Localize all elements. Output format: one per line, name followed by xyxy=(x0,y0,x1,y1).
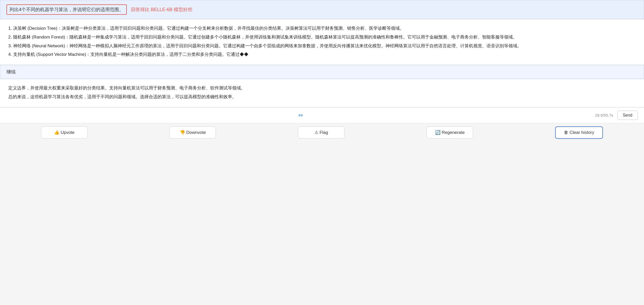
input-icon-area: ⇔ xyxy=(6,112,595,119)
answer-line-2: 总的来说，这些机器学习算法各有优劣，适用于不同的问题和领域。选择合适的算法，可以… xyxy=(8,93,636,101)
double-arrow-icon: ⇔ xyxy=(298,112,303,119)
bottom-bar: 👍 Upvote 👎 Downvote ⚠ Flag 🔄 Regenerate … xyxy=(0,123,644,142)
continue-block: 继续 xyxy=(0,65,644,79)
question-text: 列出4个不同的机器学习算法，并说明它们的适用范围。 xyxy=(6,4,127,15)
send-button[interactable]: Send xyxy=(617,111,638,120)
flag-button[interactable]: ⚠ Flag xyxy=(298,126,344,139)
question-badge: 回答得比 BELLE-6B 模型好些 xyxy=(131,6,192,13)
input-row: ⇔ 28.9/55.7s Send xyxy=(0,107,644,123)
continue-label: 继续 xyxy=(6,69,16,74)
timing-text: 28.9/55.7s xyxy=(595,113,613,117)
answer-item-4: 4. 支持向量机 (Support Vector Machine)：支持向量机是… xyxy=(8,51,636,58)
answer-text-2: 定义边界，并使用最大权重来采取最好的分类结果。支持向量机算法可以用于财务预测、电… xyxy=(8,84,636,101)
answer-block-2: 定义边界，并使用最大权重来采取最好的分类结果。支持向量机算法可以用于财务预测、电… xyxy=(0,79,644,107)
answer-line-1: 定义边界，并使用最大权重来采取最好的分类结果。支持向量机算法可以用于财务预测、电… xyxy=(8,84,636,92)
answer-item-1: 1. 决策树 (Decision Tree)：决策树是一种分类算法，适用于回归问… xyxy=(8,25,636,32)
answer-item-2: 2. 随机森林 (Random Forest)：随机森林是一种集成学习算法，适用… xyxy=(8,33,636,41)
question-inner: 列出4个不同的机器学习算法，并说明它们的适用范围。 回答得比 BELLE-6B … xyxy=(6,4,638,15)
answer-text-1: 1. 决策树 (Decision Tree)：决策树是一种分类算法，适用于回归问… xyxy=(8,25,636,58)
main-content: 列出4个不同的机器学习算法，并说明它们的适用范围。 回答得比 BELLE-6B … xyxy=(0,0,644,305)
upvote-button[interactable]: 👍 Upvote xyxy=(41,126,88,139)
question-block: 列出4个不同的机器学习算法，并说明它们的适用范围。 回答得比 BELLE-6B … xyxy=(0,0,644,19)
answer-item-3: 3. 神经网络 (Neural Network)：神经网络是一种模拟人脑神经元工… xyxy=(8,42,636,50)
clear-history-button[interactable]: 🗑 Clear history xyxy=(555,126,603,139)
downvote-button[interactable]: 👎 Downvote xyxy=(169,126,216,139)
regenerate-button[interactable]: 🔄 Regenerate xyxy=(427,126,473,139)
answer-block-1: 1. 决策树 (Decision Tree)：决策树是一种分类算法，适用于回归问… xyxy=(0,19,644,65)
